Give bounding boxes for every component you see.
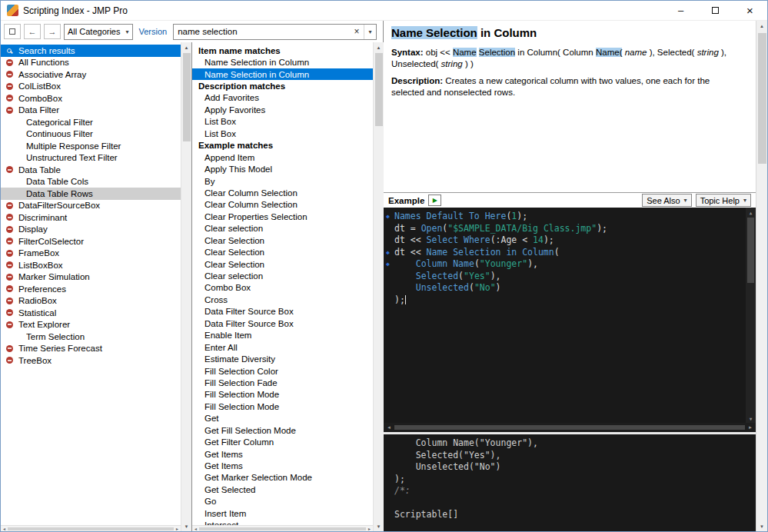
list-item[interactable]: Clear selection bbox=[192, 270, 373, 281]
list-item[interactable]: Fill Selection Color bbox=[192, 365, 373, 377]
scroll-left-icon[interactable]: ◄ bbox=[194, 527, 198, 531]
tree-item[interactable]: ColListBox bbox=[1, 81, 181, 93]
tree-item[interactable]: Multiple Response Filter bbox=[1, 140, 181, 152]
list-item[interactable]: Clear Column Selection bbox=[192, 199, 373, 211]
scroll-left-icon[interactable]: ◄ bbox=[2, 527, 6, 531]
list-item[interactable]: Clear selection bbox=[192, 223, 373, 234]
tree-item[interactable]: Text Explorer bbox=[1, 319, 181, 331]
minimize-button[interactable]: – bbox=[663, 1, 698, 20]
list-item[interactable]: Clear Selection bbox=[192, 246, 373, 258]
scroll-left-icon[interactable]: ◄ bbox=[387, 425, 391, 430]
tree-item[interactable]: Marker Simulation bbox=[1, 271, 181, 284]
detail-vscrollbar[interactable]: ▲ ▼ bbox=[756, 21, 767, 531]
list-item[interactable]: Get Selected bbox=[192, 484, 373, 495]
clear-search-button[interactable]: × bbox=[350, 26, 364, 37]
scroll-thumb[interactable] bbox=[375, 53, 383, 126]
list-item[interactable]: Get Items bbox=[192, 460, 373, 471]
scroll-up-icon[interactable]: ▲ bbox=[374, 42, 384, 52]
category-filter-dropdown[interactable]: All Categories ▾ bbox=[64, 24, 133, 40]
scroll-up-icon[interactable]: ▲ bbox=[756, 21, 767, 31]
topic-help-button[interactable]: Topic Help ▾ bbox=[696, 194, 751, 207]
tree-hscrollbar[interactable]: ◄ ► bbox=[1, 525, 181, 531]
scroll-right-icon[interactable]: ► bbox=[175, 527, 179, 531]
list-item[interactable]: Fill Selection Mode bbox=[192, 389, 373, 401]
list-item[interactable]: Clear Properties Selection bbox=[192, 211, 373, 222]
log-panel[interactable]: Column Name("Younger"), Selected("Yes"),… bbox=[384, 434, 756, 531]
maximize-button[interactable] bbox=[698, 1, 733, 20]
tree-item[interactable]: Unstructured Text Filter bbox=[1, 152, 181, 165]
tree-item[interactable]: Data Filter bbox=[1, 105, 181, 117]
tree-item[interactable]: All Functions bbox=[1, 57, 181, 69]
editor-hscrollbar[interactable]: ◄ ► bbox=[384, 423, 756, 432]
tree-item[interactable]: ComboBox bbox=[1, 92, 181, 105]
tree-item[interactable]: Discriminant bbox=[1, 211, 181, 224]
scroll-down-icon[interactable]: ▼ bbox=[181, 521, 191, 531]
list-item[interactable]: Go bbox=[192, 496, 373, 507]
tree-item[interactable]: Statistical bbox=[1, 307, 181, 319]
scroll-down-icon[interactable]: ▼ bbox=[374, 521, 384, 531]
tree-item[interactable]: TreeBox bbox=[1, 354, 181, 367]
tree-item[interactable]: Data Table bbox=[1, 164, 181, 176]
scroll-up-icon[interactable]: ▲ bbox=[746, 208, 756, 217]
scroll-thumb[interactable] bbox=[183, 53, 191, 141]
tree-item[interactable]: Display bbox=[1, 224, 181, 236]
list-vscrollbar[interactable]: ▲ ▼ bbox=[373, 42, 384, 531]
list-item[interactable]: Fill Selection Mode bbox=[192, 401, 373, 412]
tree-item[interactable]: Data Table Cols bbox=[1, 176, 181, 188]
tree-item[interactable]: Search results bbox=[1, 45, 181, 57]
list-item[interactable]: Add Favorites bbox=[192, 92, 373, 104]
list-item[interactable]: Clear Column Selection bbox=[192, 187, 373, 198]
list-item[interactable]: Enable Item bbox=[192, 330, 373, 341]
forward-button[interactable]: → bbox=[44, 24, 61, 39]
scroll-down-icon[interactable]: ▼ bbox=[756, 521, 767, 531]
tree-item[interactable]: DataFilterSourceBox bbox=[1, 200, 181, 212]
scroll-right-icon[interactable]: ► bbox=[367, 527, 371, 531]
see-also-button[interactable]: See Also ▾ bbox=[642, 194, 691, 207]
scroll-down-icon[interactable]: ▼ bbox=[746, 414, 756, 423]
tree-item[interactable]: FilterColSelector bbox=[1, 235, 181, 248]
tree-item[interactable]: ListBoxBox bbox=[1, 259, 181, 271]
scroll-thumb[interactable] bbox=[394, 425, 745, 430]
list-item[interactable]: Append Item bbox=[192, 151, 373, 163]
search-dropdown-button[interactable]: ▾ bbox=[364, 25, 376, 39]
tree-item[interactable]: Data Table Rows bbox=[1, 188, 181, 200]
list-item[interactable]: Get Fill Selection Mode bbox=[192, 424, 373, 436]
list-item[interactable]: Get Items bbox=[192, 448, 373, 460]
list-item[interactable]: By bbox=[192, 175, 373, 187]
version-link[interactable]: Version bbox=[139, 27, 168, 36]
list-item[interactable]: Fill Selection Fade bbox=[192, 377, 373, 388]
list-item[interactable]: Estimate Diversity bbox=[192, 353, 373, 364]
list-item[interactable]: Data Filter Source Box bbox=[192, 318, 373, 329]
scroll-thumb[interactable] bbox=[747, 218, 754, 283]
scroll-right-icon[interactable]: ► bbox=[748, 425, 753, 430]
list-item[interactable]: Insert Item bbox=[192, 507, 373, 519]
scroll-up-icon[interactable]: ▲ bbox=[181, 42, 191, 52]
tree-item[interactable]: Time Series Forecast bbox=[1, 343, 181, 355]
search-input[interactable] bbox=[174, 25, 350, 39]
tree-vscrollbar[interactable]: ▲ ▼ bbox=[181, 42, 191, 531]
run-example-button[interactable]: ▶ bbox=[428, 195, 441, 206]
list-item[interactable]: Apply This Model bbox=[192, 163, 373, 175]
list-item[interactable]: Get Marker Selection Mode bbox=[192, 472, 373, 484]
list-item[interactable]: Get Filter Column bbox=[192, 436, 373, 447]
example-code-editor[interactable]: ◆Names Default To Here(1);dt = Open("$SA… bbox=[384, 208, 756, 423]
tree-item[interactable]: Associative Array bbox=[1, 68, 181, 81]
list-item[interactable]: Name Selection in Column bbox=[192, 68, 373, 80]
editor-vscrollbar[interactable]: ▲ ▼ bbox=[746, 208, 756, 423]
tree-item[interactable]: RadioBox bbox=[1, 295, 181, 308]
close-button[interactable]: × bbox=[733, 1, 767, 20]
list-item[interactable]: Intersect bbox=[192, 520, 373, 526]
list-item[interactable]: Get bbox=[192, 413, 373, 424]
scroll-thumb[interactable] bbox=[8, 527, 174, 530]
list-item[interactable]: Data Filter Source Box bbox=[192, 306, 373, 318]
list-item[interactable]: Cross bbox=[192, 294, 373, 305]
tree-item[interactable]: Term Selection bbox=[1, 331, 181, 343]
index-home-button[interactable] bbox=[4, 24, 21, 39]
back-button[interactable]: ← bbox=[24, 24, 41, 39]
scroll-thumb[interactable] bbox=[758, 33, 766, 164]
list-item[interactable]: Name Selection in Column bbox=[192, 56, 373, 68]
tree-item[interactable]: FrameBox bbox=[1, 248, 181, 260]
tree-item[interactable]: Categorical Filter bbox=[1, 116, 181, 128]
list-item[interactable]: List Box bbox=[192, 128, 373, 139]
tree-item[interactable]: Continuous Filter bbox=[1, 128, 181, 141]
